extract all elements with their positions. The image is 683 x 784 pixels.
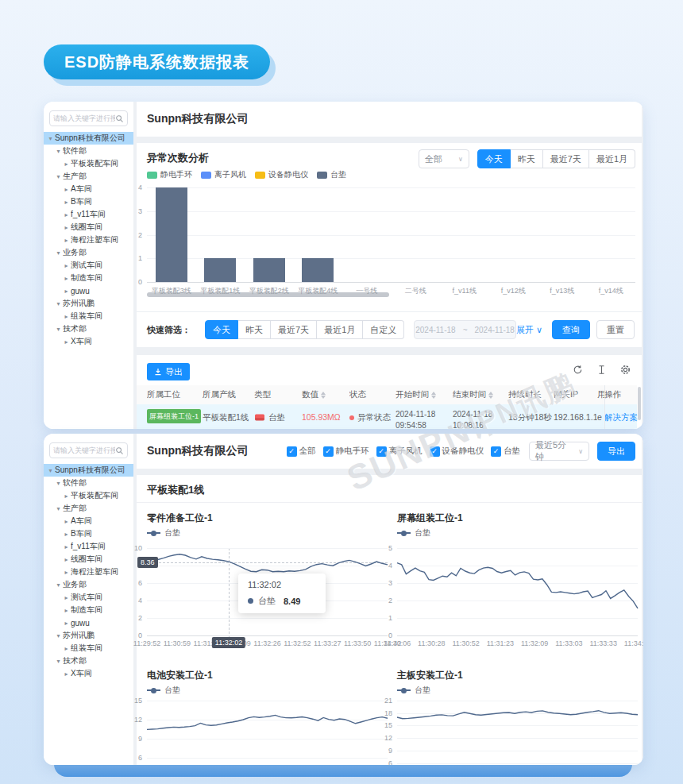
export-button[interactable]: 导出 (597, 442, 635, 461)
chevron-down-icon[interactable]: ▾ (54, 249, 63, 257)
range-tab-最近7天[interactable]: 最近7天 (543, 149, 589, 168)
chevron-right-icon[interactable]: ▸ (62, 275, 71, 282)
chevron-right-icon[interactable]: ▸ (62, 199, 71, 206)
tree-item-组装车间[interactable]: ▸组装车间 (44, 642, 133, 655)
device-type-select[interactable]: 全部 ∨ (419, 149, 469, 168)
tree-item-f_v11车间[interactable]: ▸f_v11车间 (44, 540, 133, 553)
tree-item-guwu[interactable]: ▸guwu (44, 284, 133, 297)
range-tab-今天[interactable]: 今天 (205, 320, 238, 339)
column-header-开始时间[interactable]: 开始时间 (396, 389, 453, 400)
range-tab-最近1月[interactable]: 最近1月 (317, 320, 363, 339)
tree-item-guwu[interactable]: ▸guwu (44, 616, 133, 629)
tree-item-业务部[interactable]: ▾业务部 (44, 246, 133, 259)
chevron-down-icon[interactable]: ▾ (54, 173, 63, 180)
tree-item-平板装配车间[interactable]: ▸平板装配车间 (44, 489, 133, 502)
legend-item-静电手环[interactable]: 静电手环 (147, 169, 192, 180)
chevron-right-icon[interactable]: ▸ (62, 594, 71, 601)
tree-item-Sunpn科技有限公司[interactable]: ▾Sunpn科技有限公司 (44, 464, 133, 477)
chevron-down-icon[interactable]: ▾ (46, 467, 55, 474)
column-header-数值[interactable]: 数值 (302, 389, 349, 400)
chevron-right-icon[interactable]: ▸ (62, 338, 71, 346)
tree-item-平板装配车间[interactable]: ▸平板装配车间 (44, 157, 133, 170)
legend-item-离子风机[interactable]: 离子风机 (201, 169, 246, 180)
tree-item-测试车间[interactable]: ▸测试车间 (44, 591, 133, 604)
tree-item-f_v11车间[interactable]: ▸f_v11车间 (44, 208, 133, 221)
sort-icon[interactable] (431, 392, 436, 399)
checkbox-离子风机[interactable]: ✓离子风机 (376, 446, 423, 457)
chevron-right-icon[interactable]: ▸ (62, 620, 71, 627)
tree-item-组装车间[interactable]: ▸组装车间 (44, 310, 133, 322)
chevron-down-icon[interactable]: ▾ (54, 148, 63, 155)
chevron-right-icon[interactable]: ▸ (62, 556, 71, 563)
tree-item-软件部[interactable]: ▾软件部 (44, 477, 133, 489)
chevron-down-icon[interactable]: ▾ (54, 632, 63, 639)
chart-legend[interactable]: 台垫 (147, 685, 180, 696)
gear-icon[interactable] (620, 365, 631, 375)
checkbox-checked-icon[interactable]: ✓ (323, 446, 334, 457)
tree-item-技术部[interactable]: ▾技术部 (44, 655, 133, 667)
chevron-right-icon[interactable]: ▸ (62, 670, 71, 678)
tree-item-海程注塑车间[interactable]: ▸海程注塑车间 (44, 566, 133, 578)
tree-item-线圈车间[interactable]: ▸线圈车间 (44, 221, 133, 234)
tree-item-Sunpn科技有限公司[interactable]: ▾Sunpn科技有限公司 (44, 132, 133, 145)
chevron-right-icon[interactable]: ▸ (62, 645, 71, 652)
checkbox-全部[interactable]: ✓全部 (287, 446, 316, 457)
range-tab-最近7天[interactable]: 最近7天 (271, 320, 317, 339)
chevron-down-icon[interactable]: ▾ (54, 326, 63, 333)
chevron-right-icon[interactable]: ▸ (62, 186, 71, 193)
expand-link[interactable]: 展开 ∨ (516, 324, 542, 336)
chevron-right-icon[interactable]: ▸ (62, 543, 71, 550)
chevron-right-icon[interactable]: ▸ (62, 262, 71, 269)
tree-item-X车间[interactable]: ▸X车间 (44, 667, 133, 680)
reset-button[interactable]: 重置 (596, 320, 635, 339)
search-input[interactable]: 请输入关键字进行搜索 (49, 110, 128, 126)
range-tab-昨天[interactable]: 昨天 (511, 149, 543, 168)
legend-item-台垫[interactable]: 台垫 (317, 169, 346, 180)
tree-item-技术部[interactable]: ▾技术部 (44, 322, 133, 335)
vertical-scrollbar[interactable] (638, 387, 641, 420)
chevron-right-icon[interactable]: ▸ (62, 160, 71, 168)
checkbox-台垫[interactable]: ✓台垫 (491, 446, 520, 457)
range-tab-昨天[interactable]: 昨天 (238, 320, 271, 339)
search-input[interactable]: 请输入关键字进行搜索 (49, 442, 128, 458)
table-row[interactable]: 屏幕组装工位-1 平板装配1线 台垫 105.93MΩ 异常状态 2024-11… (137, 404, 637, 429)
chevron-right-icon[interactable]: ▸ (62, 211, 71, 218)
checkbox-设备静电仪[interactable]: ✓设备静电仪 (430, 446, 484, 457)
chevron-right-icon[interactable]: ▸ (62, 531, 71, 538)
tree-item-生产部[interactable]: ▾生产部 (44, 170, 133, 183)
tree-item-苏州讯鹏[interactable]: ▾苏州讯鹏 (44, 629, 133, 642)
tree-item-苏州讯鹏[interactable]: ▾苏州讯鹏 (44, 297, 133, 310)
checkbox-checked-icon[interactable]: ✓ (430, 446, 440, 457)
tree-item-线圈车间[interactable]: ▸线圈车间 (44, 553, 133, 566)
chevron-right-icon[interactable]: ▸ (62, 492, 71, 500)
export-button[interactable]: 导出 (147, 363, 190, 380)
tree-item-业务部[interactable]: ▾业务部 (44, 578, 133, 591)
checkbox-静电手环[interactable]: ✓静电手环 (323, 446, 369, 457)
chevron-right-icon[interactable]: ▸ (62, 237, 71, 244)
tree-item-X车间[interactable]: ▸X车间 (44, 335, 133, 348)
tree-item-A车间[interactable]: ▸A车间 (44, 183, 133, 195)
query-button[interactable]: 查询 (552, 320, 590, 339)
interval-select[interactable]: 最近5分钟 ∨ (529, 442, 589, 461)
tree-item-制造车间[interactable]: ▸制造车间 (44, 604, 133, 616)
range-tab-自定义[interactable]: 自定义 (363, 320, 404, 339)
chevron-down-icon[interactable]: ▾ (46, 135, 55, 142)
chart-legend[interactable]: 台垫 (147, 527, 180, 539)
range-tab-今天[interactable]: 今天 (477, 149, 511, 168)
tree-item-测试车间[interactable]: ▸测试车间 (44, 259, 133, 272)
checkbox-checked-icon[interactable]: ✓ (491, 446, 501, 457)
tree-item-制造车间[interactable]: ▸制造车间 (44, 272, 133, 284)
tree-item-海程注塑车间[interactable]: ▸海程注塑车间 (44, 234, 133, 246)
chevron-down-icon[interactable]: ▾ (54, 480, 63, 487)
range-tab-最近1月[interactable]: 最近1月 (589, 149, 635, 168)
tree-item-B车间[interactable]: ▸B车间 (44, 195, 133, 208)
column-height-icon[interactable] (596, 365, 607, 375)
chart-legend[interactable]: 台垫 (397, 685, 430, 696)
chevron-right-icon[interactable]: ▸ (62, 569, 71, 576)
chart-legend[interactable]: 台垫 (397, 527, 430, 539)
column-header-结束时间[interactable]: 结束时间 (453, 389, 508, 400)
chevron-right-icon[interactable]: ▸ (62, 313, 71, 320)
chevron-right-icon[interactable]: ▸ (62, 607, 71, 614)
tree-item-生产部[interactable]: ▾生产部 (44, 502, 133, 515)
chevron-right-icon[interactable]: ▸ (62, 288, 71, 295)
